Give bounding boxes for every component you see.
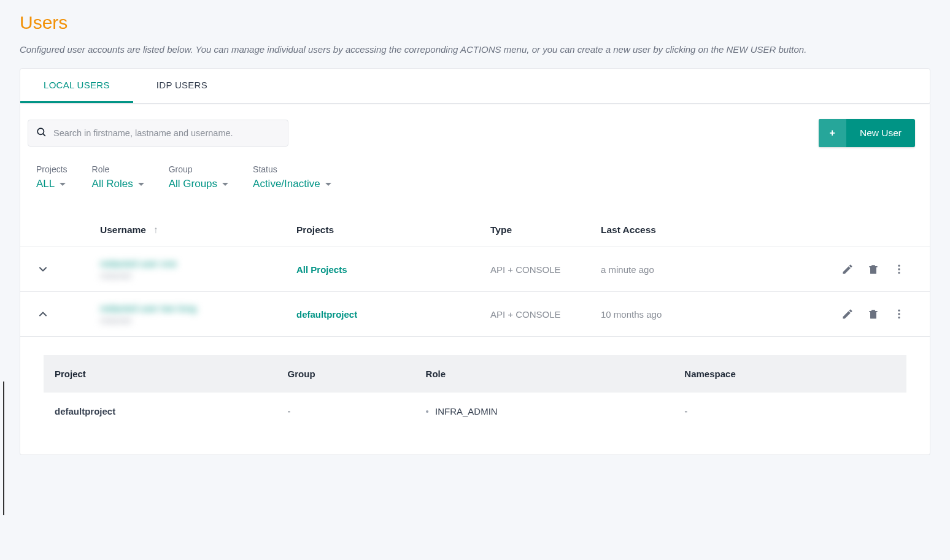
detail-table: Project Group Role Namespace defaultproj… xyxy=(44,355,906,430)
svg-point-0 xyxy=(37,128,44,134)
filters-bar: Projects ALL Role All Roles Group All Gr… xyxy=(20,153,930,198)
filter-role-label: Role xyxy=(92,164,144,174)
filter-projects-label: Projects xyxy=(36,164,68,174)
row-detail-panel: Project Group Role Namespace defaultproj… xyxy=(20,336,930,455)
edit-icon[interactable] xyxy=(841,308,854,320)
search-input[interactable] xyxy=(53,128,280,138)
svg-point-7 xyxy=(898,316,900,318)
filter-group-label: Group xyxy=(169,164,228,174)
trash-icon[interactable] xyxy=(867,263,879,275)
chevron-down-icon xyxy=(325,183,331,186)
detail-group-cell: - xyxy=(277,393,415,430)
filter-projects[interactable]: Projects ALL xyxy=(36,164,68,190)
chevron-down-icon xyxy=(222,183,228,186)
sort-asc-icon: ↑ xyxy=(153,224,158,235)
svg-point-5 xyxy=(898,310,900,312)
trash-icon[interactable] xyxy=(867,308,879,320)
page-subtitle: Configured user accounts are listed belo… xyxy=(20,44,930,55)
detail-project-cell: defaultproject xyxy=(44,393,277,430)
filter-role-value: All Roles xyxy=(92,178,133,190)
svg-point-6 xyxy=(898,313,900,315)
table-row: redacted user one redacted All Projects … xyxy=(20,247,930,291)
more-vert-icon[interactable] xyxy=(893,263,905,275)
last-access-cell: 10 months ago xyxy=(601,309,754,320)
svg-point-4 xyxy=(898,272,900,274)
detail-col-group: Group xyxy=(277,355,415,393)
expand-toggle[interactable] xyxy=(33,259,53,280)
detail-col-project: Project xyxy=(44,355,277,393)
user-secondary: redacted xyxy=(100,316,296,325)
type-cell: API + CONSOLE xyxy=(490,264,601,275)
content-panel: + New User Projects ALL Role All Roles xyxy=(20,104,930,455)
detail-col-namespace: Namespace xyxy=(673,355,906,393)
table-header: Username ↑ Projects Type Last Access xyxy=(20,198,930,247)
table-row: redacted user two long redacted defaultp… xyxy=(20,291,930,336)
more-vert-icon[interactable] xyxy=(893,308,905,320)
tab-local-users[interactable]: LOCAL USERS xyxy=(20,69,133,103)
detail-role-cell: INFRA_ADMIN xyxy=(415,393,674,430)
page-title: Users xyxy=(20,12,930,33)
user-primary: redacted user one xyxy=(100,258,296,269)
svg-line-1 xyxy=(43,134,45,136)
filter-status-label: Status xyxy=(253,164,331,174)
filter-group-value: All Groups xyxy=(169,178,217,190)
user-secondary: redacted xyxy=(100,271,296,280)
search-icon xyxy=(36,126,47,140)
detail-row: defaultproject - INFRA_ADMIN - xyxy=(44,393,906,430)
chevron-down-icon xyxy=(60,183,66,186)
type-cell: API + CONSOLE xyxy=(490,309,601,320)
expand-toggle[interactable] xyxy=(33,304,53,324)
new-user-button[interactable]: + New User xyxy=(819,119,915,147)
svg-point-3 xyxy=(898,268,900,270)
projects-cell[interactable]: All Projects xyxy=(296,264,490,275)
filter-group[interactable]: Group All Groups xyxy=(169,164,228,190)
filter-status[interactable]: Status Active/Inactive xyxy=(253,164,331,190)
tabs: LOCAL USERS IDP USERS xyxy=(20,69,930,104)
chevron-down-icon xyxy=(138,183,144,186)
filter-projects-value: ALL xyxy=(36,178,55,190)
username-cell: redacted user one redacted xyxy=(100,258,296,280)
col-type[interactable]: Type xyxy=(490,224,601,236)
detail-col-role: Role xyxy=(415,355,674,393)
col-projects[interactable]: Projects xyxy=(296,224,490,236)
edit-icon[interactable] xyxy=(841,263,854,275)
filter-role[interactable]: Role All Roles xyxy=(92,164,144,190)
username-cell: redacted user two long redacted xyxy=(100,303,296,325)
tab-idp-users[interactable]: IDP USERS xyxy=(133,69,231,103)
svg-point-2 xyxy=(898,265,900,267)
new-user-label: New User xyxy=(846,119,915,147)
search-field[interactable] xyxy=(28,120,288,147)
detail-role-value: INFRA_ADMIN xyxy=(426,406,498,416)
detail-namespace-cell: - xyxy=(673,393,906,430)
last-access-cell: a minute ago xyxy=(601,264,754,275)
projects-cell[interactable]: defaultproject xyxy=(296,309,490,320)
col-username-label: Username xyxy=(100,224,146,235)
filter-status-value: Active/Inactive xyxy=(253,178,320,190)
col-last-access[interactable]: Last Access xyxy=(601,224,754,236)
col-username[interactable]: Username ↑ xyxy=(100,224,296,236)
user-primary: redacted user two long xyxy=(100,303,296,314)
decorative-mark xyxy=(3,382,4,515)
tabs-card: LOCAL USERS IDP USERS xyxy=(20,68,930,104)
plus-icon: + xyxy=(819,119,846,147)
